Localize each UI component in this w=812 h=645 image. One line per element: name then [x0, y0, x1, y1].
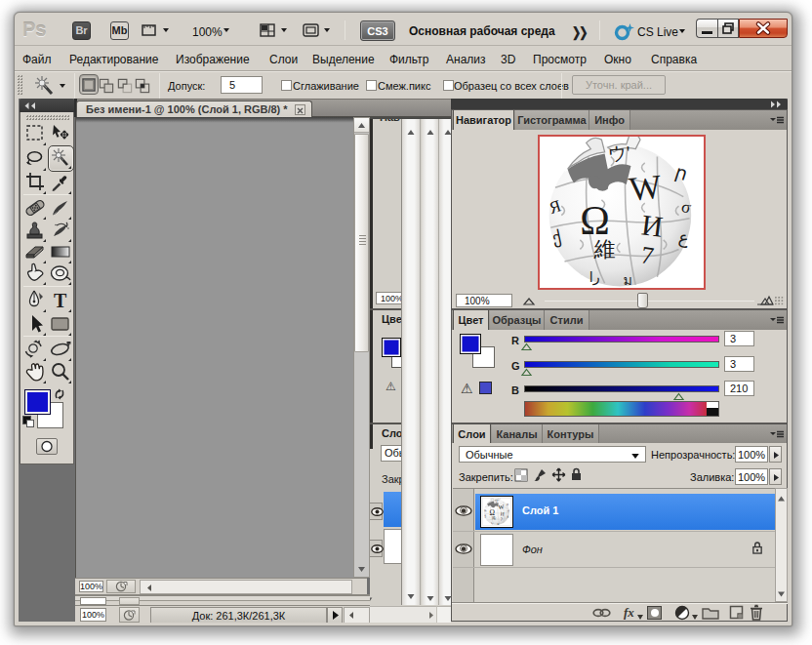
svg-text:ม: ม — [624, 272, 632, 288]
svg-text:را: را — [589, 269, 600, 286]
svg-text:ր: ր — [672, 161, 690, 184]
svg-text:維: 維 — [593, 237, 616, 262]
svg-text:W: W — [628, 168, 664, 209]
svg-text:T: T — [54, 290, 67, 311]
svg-text:ウ': ウ' — [607, 142, 630, 165]
svg-text:ع: ع — [677, 228, 691, 250]
svg-text:И: И — [639, 209, 665, 244]
svg-text:Ω: Ω — [580, 198, 610, 243]
